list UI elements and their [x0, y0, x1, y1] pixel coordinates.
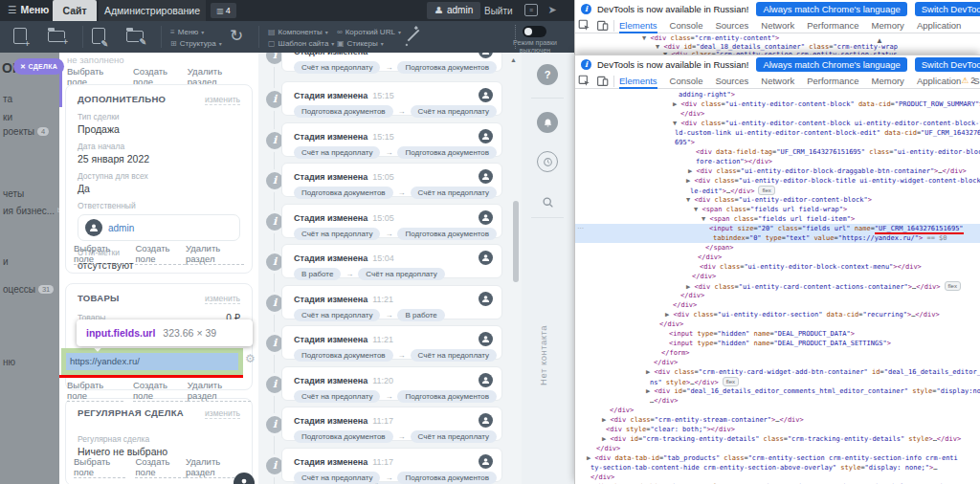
wizard-wand-icon[interactable]	[408, 30, 420, 42]
sidebar-item[interactable]: четы	[3, 188, 24, 199]
timeline-scrollbar-thumb[interactable]	[513, 201, 519, 282]
dom-tree-row[interactable]: ▶ <div id="crm-tracking-entity-details" …	[602, 434, 961, 444]
dom-tree-row[interactable]: </div>	[692, 272, 716, 281]
dom-tree-row[interactable]: 695">	[675, 138, 695, 147]
inspect-element-icon[interactable]	[578, 75, 590, 87]
switch-russian-button[interactable]: Switch DevTools to Russian	[915, 57, 980, 72]
dom-tree-row[interactable]: <div data-field-tag="UF_CRM_164327615169…	[696, 147, 980, 157]
close-icon[interactable]: ✕	[20, 63, 26, 70]
sidebar-item[interactable]: роекты4	[3, 126, 49, 137]
timeline-card[interactable]: Стадия изменена11:20Счёт на предоплату→П…	[281, 366, 502, 401]
responsible-name[interactable]: admin	[108, 223, 134, 233]
remove-section-link[interactable]: Удалить раздел	[186, 456, 244, 478]
dom-tree-row[interactable]: </div>	[698, 253, 722, 262]
dom-tree-row[interactable]: </div>	[680, 109, 704, 119]
logout-link[interactable]: Выйти	[484, 6, 513, 16]
notifications-counter[interactable]: ▥4	[211, 3, 236, 18]
field-value[interactable]: Да	[78, 183, 240, 194]
dom-tree-row[interactable]: <input size="20" class="fields url" name…	[709, 224, 964, 233]
edit-mode-toggle[interactable]	[523, 26, 546, 37]
responsible-user[interactable]: admin	[78, 214, 240, 241]
section-edit-link[interactable]: изменить	[205, 95, 240, 105]
dom-tree-row[interactable]: ▶ <div class="crm-entity-stream-containe…	[602, 415, 804, 425]
dom-tree-row[interactable]: </div>	[654, 358, 678, 367]
timeline-card[interactable]: Стадия изменена11:17Счёт на предоплату→П…	[281, 448, 502, 482]
url-input[interactable]: https://yandex.ru/	[66, 353, 238, 370]
device-toolbar-icon[interactable]	[596, 19, 609, 32]
devtools-tab-memory[interactable]: Memory	[872, 74, 904, 89]
devtools-tab-elements[interactable]: Elements	[619, 18, 657, 33]
dom-tree-row[interactable]: <div style="clear: both;"></div>	[606, 425, 735, 434]
dom-tree-row[interactable]: <div class="ui-entity-editor-block-conte…	[700, 262, 922, 272]
site-template-dropdown[interactable]: ▢Шаблон сайта▾	[268, 39, 334, 49]
tab-administration[interactable]: Администрирование	[99, 0, 206, 21]
device-toolbar-icon[interactable]	[596, 75, 609, 87]
bell-icon[interactable]	[537, 112, 558, 133]
field-value[interactable]: 25 января 2022	[78, 153, 240, 165]
dom-tree-row[interactable]: </div>	[610, 406, 634, 415]
dom-tree-row[interactable]: </div>	[596, 444, 620, 453]
refresh-icon[interactable]: ↻	[230, 26, 243, 46]
dom-tree-row[interactable]: </div>	[680, 291, 704, 300]
dom-tree-row[interactable]: adding-right">	[679, 90, 735, 99]
devtools-tab-console[interactable]: Console	[670, 18, 703, 33]
devtools-tab-sources[interactable]: Sources	[715, 74, 748, 89]
sidebar-item[interactable]: ки	[3, 112, 12, 122]
new-page-icon[interactable]	[13, 28, 27, 44]
help-icon[interactable]: ?	[537, 64, 558, 85]
dom-tree-row[interactable]: fore-action"></div>	[696, 157, 772, 166]
dom-tree-row[interactable]: ▶ <div data-tab-id="tab_products" class=…	[587, 453, 958, 463]
timeline-card[interactable]: Стадия измененаСчёт на предоплату→Подгот…	[281, 53, 502, 72]
dom-tree-row[interactable]: ▶ <div class="ui-entity-editor-section" …	[665, 310, 940, 319]
flex-badge[interactable]: flex	[723, 377, 739, 386]
timeline-card[interactable]: Стадия изменена15:05Счёт на предоплату→П…	[281, 204, 502, 238]
edit-folder-icon[interactable]	[126, 31, 144, 42]
flex-badge[interactable]: flex	[945, 281, 961, 291]
send-icon[interactable]: ➤	[546, 4, 559, 16]
create-field-link[interactable]: Создать поле	[133, 380, 188, 402]
dom-tree-row[interactable]: </span>	[705, 243, 734, 253]
devtools-tab-console[interactable]: Console	[670, 74, 703, 89]
dom-tree-row[interactable]: …</div>	[650, 396, 679, 406]
components-dropdown[interactable]: ▤Компоненты▾	[268, 28, 328, 37]
devtools-tab-memory[interactable]: Memory	[872, 18, 904, 33]
sidebar-item[interactable]: ия бизнес...beta	[3, 206, 59, 216]
timeline-card[interactable]: Стадия изменена11:21Подготовка документо…	[281, 325, 502, 360]
edit-page-icon[interactable]	[92, 28, 105, 44]
dom-tree-row[interactable]: ty-section-tab-content-hide crm-entity-s…	[590, 463, 937, 473]
dom-tree-row[interactable]: <input type="hidden" name="DEAL_PRODUCT_…	[669, 339, 891, 348]
tab-site[interactable]: Сайт	[53, 0, 97, 21]
match-language-button[interactable]: Always match Chrome's language	[756, 57, 906, 72]
dom-tree-row[interactable]: <input type="hidden" name="DEAL_PRODUCT_…	[669, 329, 855, 339]
sidebar-item[interactable]: оцессы31	[3, 284, 54, 295]
dom-tree-row[interactable]: ▶ <div class="ui-entity-editor-content-b…	[673, 99, 980, 109]
short-url-dropdown[interactable]: ∞Короткий URL▾	[337, 28, 401, 37]
dom-tree-row[interactable]: ▼ <div class="ui-entity-editor-content-b…	[686, 195, 872, 205]
create-field-link[interactable]: Создать поле	[135, 456, 186, 478]
sidebar-item[interactable]: ню	[3, 357, 15, 367]
topbar-menu-button[interactable]: ☰Меню	[8, 4, 49, 15]
devtools-tab-elements[interactable]: Elements	[619, 74, 657, 89]
search-icon[interactable]	[537, 191, 558, 212]
dom-tree-row[interactable]: ld-custom-link ui-entity-editor-content-…	[675, 128, 980, 138]
timeline-card[interactable]: Стадия изменена15:15Подготовка документо…	[281, 81, 502, 116]
flex-badge[interactable]: flex	[758, 186, 774, 195]
field-value[interactable]: Продажа	[78, 123, 240, 135]
section-edit-link[interactable]: изменить	[205, 294, 240, 304]
devtools-tab-application[interactable]: Application	[917, 18, 961, 33]
dom-tree-row[interactable]: </div>	[590, 473, 614, 482]
dom-tree-row[interactable]: ▶ <div id="deal_16_details_editor_commen…	[646, 386, 980, 396]
dom-tree-row[interactable]: ▼ <span class="fields url field-wrap">	[694, 205, 847, 214]
switch-russian-button[interactable]: Switch DevTools to Russian	[915, 2, 980, 16]
timeline-card[interactable]: Стадия изменена11:21Счёт на предоплату→В…	[281, 285, 502, 319]
timeline-card[interactable]: Стадия изменена11:17Подготовка документо…	[281, 407, 502, 441]
dom-tree-row[interactable]: </div>	[673, 300, 697, 310]
select-field-link[interactable]: Выбрать поле	[74, 243, 125, 265]
section-edit-link[interactable]: изменить	[205, 408, 240, 419]
dom-tree-row[interactable]: ▶ <div class="crm-entity-card-widget-add…	[646, 367, 980, 377]
devtools-tab-performance[interactable]: Performance	[807, 18, 858, 33]
dom-tree-row[interactable]: ▶ <div class="ui-entity-editor-block-tit…	[686, 176, 980, 186]
timeline-card[interactable]: Стадия изменена15:05Подготовка документо…	[281, 163, 502, 197]
chat-icon[interactable]: ≡	[524, 4, 538, 16]
dom-tree-row[interactable]: tabindex="0" type="text" value="https://…	[713, 233, 947, 243]
